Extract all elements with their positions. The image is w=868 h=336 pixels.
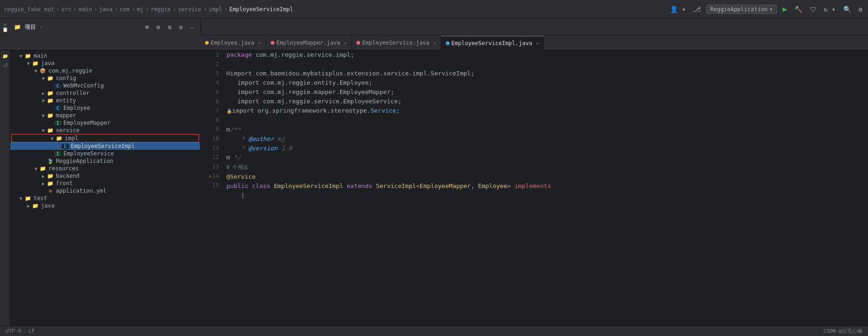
status-bar: UTF-8 LF CSDN @云无心岫 bbox=[0, 326, 868, 336]
left-strip-icon: ≡ bbox=[3, 22, 6, 27]
tree-item-service[interactable]: ▼ 📁 service bbox=[10, 127, 200, 134]
tree-label-serviceimpl: EmployeeServiceImpl bbox=[71, 143, 135, 149]
left-strip-icon2: 📋 bbox=[2, 27, 8, 32]
code-line-14: public class EmployeeServiceImpl extends… bbox=[226, 181, 864, 191]
tree-label-reggieapp: ReggieApplication bbox=[56, 158, 113, 164]
folder-icon-impl: 📁 bbox=[55, 135, 63, 141]
code-line-4: import com.mj.reggie.entity.Employee; bbox=[226, 78, 864, 87]
tree-item-mapper[interactable]: ▼ 📁 mapper bbox=[10, 112, 200, 119]
expand-all-btn[interactable]: ⊕ bbox=[142, 22, 151, 32]
tree-arrow-java: ▼ bbox=[25, 61, 32, 66]
search-icon[interactable]: 🔍 bbox=[841, 5, 853, 14]
tab-close-impl[interactable]: ✕ bbox=[536, 40, 539, 46]
code-line-3: ⊟import com.baomidou.mybatisplus.extensi… bbox=[226, 69, 864, 78]
tab-employee-service-impl[interactable]: EmployeeServiceImpl.java ✕ bbox=[441, 36, 544, 50]
tree-label-yml: application.yml bbox=[56, 188, 106, 194]
collapse-btn[interactable]: ≡ bbox=[153, 22, 163, 32]
tree-arrow-impl: ▼ bbox=[49, 136, 55, 141]
tree-item-front[interactable]: ▶ 📁 front bbox=[10, 180, 200, 187]
tree-item-resources[interactable]: ▼ 📁 resources bbox=[10, 165, 200, 172]
tree-arrow-test: ▼ bbox=[18, 196, 24, 201]
tree-label-employee-entity: Employee bbox=[63, 105, 90, 111]
commit-icon[interactable]: ⎇ bbox=[1, 61, 9, 69]
debug-coverage-icon[interactable]: 🛡 bbox=[808, 5, 818, 14]
tab-close-service[interactable]: ✕ bbox=[433, 40, 436, 46]
git-icon[interactable]: ⎇ bbox=[691, 5, 703, 14]
tab-bar: Employee.java ✕ EmployeeMapper.java ✕ Em… bbox=[0, 35, 868, 50]
activity-bar: 📁 ⎇ bbox=[0, 50, 10, 326]
code-line-7: 🔒import org.springframework.stereotype.S… bbox=[226, 106, 864, 116]
tree-label-config: config bbox=[56, 75, 76, 81]
tab-label-service: EmployeeService.java bbox=[362, 40, 430, 46]
breadcrumb-project[interactable]: reggie_take_out bbox=[4, 6, 54, 13]
build-icon[interactable]: 🔨 bbox=[793, 5, 804, 14]
code-usage-hint: 0 个用法 bbox=[226, 162, 864, 172]
tree-item-test-java[interactable]: ▶ 📁 java bbox=[10, 202, 200, 209]
code-line-15: | bbox=[226, 191, 864, 200]
code-line-1: package com.mj.reggie.service.impl; bbox=[226, 50, 864, 60]
gear-icon[interactable]: ⚙ bbox=[176, 22, 185, 32]
class-icon-webmvcconfig: C bbox=[54, 83, 62, 88]
code-line-10: * @author mj bbox=[226, 134, 864, 144]
tree-item-com-mj-reggie[interactable]: ▼ 📦 com.mj.reggie bbox=[10, 67, 200, 74]
tree-label-service: service bbox=[56, 127, 80, 134]
tab-employee-service[interactable]: EmployeeService.java ✕ bbox=[352, 36, 441, 50]
run-config-arrow: ▾ bbox=[769, 6, 772, 13]
folder-icon-entity: 📁 bbox=[47, 98, 54, 104]
settings-icon[interactable]: ⚙ bbox=[857, 5, 864, 14]
tree-item-config[interactable]: ▼ 📁 config bbox=[10, 74, 200, 82]
tab-close-employee[interactable]: ✕ bbox=[258, 40, 261, 46]
tree-item-entity[interactable]: ▼ 📁 entity bbox=[10, 97, 200, 104]
tree-item-application-yml[interactable]: ⚙ application.yml bbox=[10, 187, 200, 195]
folder-icon-config: 📁 bbox=[47, 75, 54, 81]
folder-icon-backend: 📁 bbox=[47, 173, 54, 179]
tree-item-backend[interactable]: ▶ 📁 backend bbox=[10, 172, 200, 180]
minimize-icon[interactable]: — bbox=[187, 22, 197, 32]
project-tree: ▼ 📁 main ▼ 📁 java ▼ 📦 com.mj.reggie bbox=[10, 50, 200, 326]
tab-close-mapper[interactable]: ✕ bbox=[344, 40, 347, 46]
class-icon-serviceimpl: C bbox=[62, 144, 69, 149]
folder-icon-resources: 📁 bbox=[39, 166, 47, 172]
tab-label-impl: EmployeeServiceImpl.java bbox=[451, 40, 532, 47]
tree-arrow-entity: ▼ bbox=[40, 98, 47, 103]
tree-label-impl: impl bbox=[65, 135, 78, 141]
tab-employee-java[interactable]: Employee.java ✕ bbox=[200, 36, 266, 50]
tree-item-main[interactable]: ▼ 📁 main bbox=[10, 52, 200, 60]
tree-item-webmvcconfig[interactable]: C WebMvcConfig bbox=[10, 82, 200, 89]
code-line-8 bbox=[226, 116, 864, 125]
tree-arrow-config: ▼ bbox=[40, 76, 47, 81]
tree-item-java[interactable]: ▼ 📁 java bbox=[10, 60, 200, 67]
sort-btn[interactable]: ⇅ bbox=[165, 22, 174, 32]
run-config[interactable]: ReggieApplication ▾ bbox=[706, 5, 777, 14]
code-line-13: @Service bbox=[226, 172, 864, 181]
tab-label-mapper: EmployeeMapper.java bbox=[276, 40, 340, 46]
folder-icon-mapper: 📁 bbox=[47, 113, 54, 119]
run-button[interactable]: ▶ bbox=[781, 4, 789, 14]
folder-icon-pkg: 📦 bbox=[39, 68, 47, 74]
tree-item-employee-service-impl[interactable]: C EmployeeServiceImpl bbox=[10, 142, 200, 150]
tree-arrow-test-java: ▶ bbox=[25, 203, 32, 208]
folder-icon-test-java: 📁 bbox=[32, 203, 39, 209]
profile-icon[interactable]: 👤 ▾ bbox=[668, 5, 688, 14]
tab-employee-mapper[interactable]: EmployeeMapper.java ✕ bbox=[266, 36, 352, 50]
tree-item-employee-service-iface[interactable]: I EmployeeService bbox=[10, 150, 200, 157]
folder-icon-main: 📁 bbox=[24, 53, 32, 59]
code-editor[interactable]: package com.mj.reggie.service.impl; ⊟imp… bbox=[223, 50, 868, 326]
tree-arrow-controller: ▶ bbox=[40, 91, 47, 96]
code-line-2 bbox=[226, 60, 864, 69]
tree-item-impl[interactable]: ▼ 📁 impl bbox=[11, 134, 199, 142]
tree-item-employee-mapper[interactable]: I EmployeeMapper bbox=[10, 119, 200, 127]
tab-label-employee: Employee.java bbox=[211, 40, 254, 46]
spring-icon-reggieapp: 🍃 bbox=[47, 158, 54, 164]
folder-icon-test: 📁 bbox=[24, 195, 32, 202]
tree-item-controller[interactable]: ▶ 📁 controller bbox=[10, 89, 200, 97]
tree-item-reggie-app[interactable]: 🍃 ReggieApplication bbox=[10, 157, 200, 165]
project-icon[interactable]: 📁 bbox=[1, 52, 9, 60]
tree-arrow-backend: ▶ bbox=[40, 174, 47, 179]
iface-icon-employeeservice: I bbox=[54, 151, 62, 156]
tab-icon-mapper bbox=[271, 41, 274, 45]
tree-item-test[interactable]: ▼ 📁 test bbox=[10, 195, 200, 202]
tree-label-mapper: mapper bbox=[56, 112, 76, 119]
reload-icon[interactable]: ↻ ▾ bbox=[822, 5, 837, 14]
tree-item-employee-entity[interactable]: C Employee bbox=[10, 104, 200, 112]
